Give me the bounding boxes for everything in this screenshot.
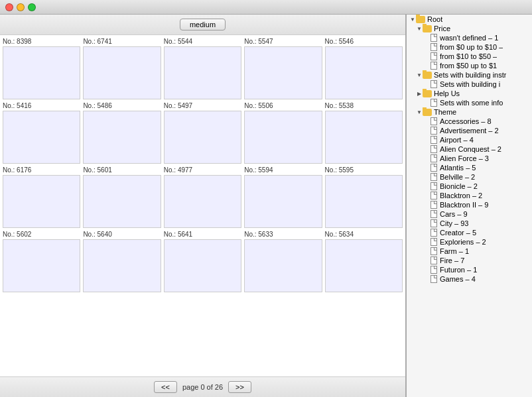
sidebar-doc-item[interactable]: Cars – 9 bbox=[407, 209, 532, 219]
item-label: No.: 6176 bbox=[3, 166, 31, 174]
item-label: No.: 5497 bbox=[164, 102, 192, 109]
doc-label: Accessories – 8 bbox=[440, 117, 492, 125]
window-controls[interactable] bbox=[5, 3, 36, 11]
doc-label: Blacktron – 2 bbox=[440, 192, 482, 199]
doc-icon bbox=[431, 99, 437, 107]
item-image bbox=[164, 46, 241, 99]
item-label: No.: 8398 bbox=[3, 38, 31, 45]
item-image bbox=[3, 111, 80, 164]
sidebar-doc-item[interactable]: Belville – 2 bbox=[407, 172, 532, 182]
grid-item[interactable]: No.: 5602 bbox=[3, 231, 80, 292]
sidebar-doc-item[interactable]: from $50 up to $1 bbox=[407, 61, 532, 70]
sidebar-doc-item[interactable]: Alien Conquest – 2 bbox=[407, 144, 532, 154]
image-grid: No.: 8398 No.: 6741 No.: 5544 No.: 5547 … bbox=[3, 38, 403, 292]
item-label: No.: 5506 bbox=[244, 102, 273, 109]
sidebar-doc-item[interactable]: Futuron – 1 bbox=[407, 265, 532, 274]
doc-label: from $50 up to $1 bbox=[440, 62, 497, 70]
grid-item[interactable]: No.: 5594 bbox=[244, 166, 322, 228]
prev-page-button[interactable]: << bbox=[154, 381, 177, 393]
grid-item[interactable]: No.: 6176 bbox=[3, 166, 80, 228]
grid-item[interactable]: No.: 5547 bbox=[244, 38, 322, 99]
folder-icon bbox=[423, 90, 432, 97]
sidebar-doc-item[interactable]: City – 93 bbox=[407, 219, 532, 228]
grid-item[interactable]: No.: 5633 bbox=[244, 231, 322, 292]
doc-label: Farm – 1 bbox=[440, 247, 469, 255]
item-label: No.: 5640 bbox=[83, 231, 111, 238]
sidebar-doc-item[interactable]: Bionicle – 2 bbox=[407, 182, 532, 191]
item-label: No.: 5538 bbox=[325, 102, 354, 109]
item-image bbox=[325, 111, 403, 164]
doc-label: Bionicle – 2 bbox=[440, 182, 478, 190]
grid-item[interactable]: No.: 5506 bbox=[244, 102, 322, 164]
sidebar-doc-item[interactable]: Airport – 4 bbox=[407, 135, 532, 144]
grid-item[interactable]: No.: 5544 bbox=[164, 38, 241, 99]
sidebar-doc-item[interactable]: wasn't defined – 1 bbox=[407, 33, 532, 42]
sidebar-doc-item[interactable]: from $10 to $50 – bbox=[407, 52, 532, 61]
grid-item[interactable]: No.: 4977 bbox=[164, 166, 241, 228]
grid-item[interactable]: No.: 5486 bbox=[83, 102, 161, 164]
item-image bbox=[3, 239, 80, 292]
grid-item[interactable]: No.: 5538 bbox=[325, 102, 403, 164]
grid-item[interactable]: No.: 5595 bbox=[325, 166, 403, 228]
sidebar-doc-item[interactable]: Fire – 7 bbox=[407, 256, 532, 265]
item-label: No.: 5546 bbox=[325, 38, 354, 45]
sidebar-doc-item[interactable]: Accessories – 8 bbox=[407, 117, 532, 126]
grid-item[interactable]: No.: 5641 bbox=[164, 231, 241, 292]
sidebar-doc-item[interactable]: Exploriens – 2 bbox=[407, 237, 532, 247]
close-button[interactable] bbox=[5, 3, 13, 11]
sidebar-doc-item[interactable]: Games – 4 bbox=[407, 274, 532, 284]
doc-icon bbox=[431, 117, 437, 125]
grid-item[interactable]: No.: 5634 bbox=[325, 231, 403, 292]
sidebar-folder-item[interactable]: Sets with building instr bbox=[407, 70, 532, 80]
grid-item[interactable]: No.: 5640 bbox=[83, 231, 161, 292]
sidebar-folder-item[interactable]: Theme bbox=[407, 107, 532, 117]
item-label: No.: 5416 bbox=[3, 102, 31, 109]
grid-area[interactable]: No.: 8398 No.: 6741 No.: 5544 No.: 5547 … bbox=[0, 35, 405, 376]
sidebar-doc-item[interactable]: Sets with some info bbox=[407, 98, 532, 107]
item-label: No.: 5633 bbox=[244, 231, 273, 238]
toolbar: medium bbox=[0, 15, 405, 35]
doc-icon bbox=[431, 43, 437, 51]
content-panel: medium No.: 8398 No.: 6741 No.: 5544 No.… bbox=[0, 15, 406, 397]
sidebar-doc-item[interactable]: Blacktron – 2 bbox=[407, 191, 532, 200]
sidebar-doc-item[interactable]: from $0 up to $10 – bbox=[407, 42, 532, 52]
sidebar-doc-item[interactable]: Creator – 5 bbox=[407, 228, 532, 237]
minimize-button[interactable] bbox=[17, 3, 25, 11]
sidebar-doc-item[interactable]: Farm – 1 bbox=[407, 247, 532, 256]
item-image bbox=[244, 175, 322, 228]
doc-icon bbox=[431, 192, 437, 199]
sidebar-doc-item[interactable]: Advertisement – 2 bbox=[407, 126, 532, 135]
doc-icon bbox=[431, 52, 437, 60]
item-label: No.: 5547 bbox=[244, 38, 273, 45]
folder-icon bbox=[423, 25, 432, 32]
sidebar-doc-item[interactable]: Alien Force – 3 bbox=[407, 154, 532, 163]
sidebar-root[interactable]: Root bbox=[407, 15, 532, 24]
doc-icon bbox=[431, 164, 437, 172]
grid-item[interactable]: No.: 5601 bbox=[83, 166, 161, 228]
size-button[interactable]: medium bbox=[180, 19, 226, 30]
doc-label: Alien Force – 3 bbox=[440, 154, 489, 162]
doc-label: City – 93 bbox=[440, 219, 468, 227]
doc-icon bbox=[431, 201, 437, 209]
item-label: No.: 5544 bbox=[164, 38, 192, 45]
grid-item[interactable]: No.: 6741 bbox=[83, 38, 161, 99]
sidebar-doc-item[interactable]: Sets with building i bbox=[407, 80, 532, 89]
doc-icon bbox=[431, 219, 437, 227]
sidebar-doc-item[interactable]: Atlantis – 5 bbox=[407, 163, 532, 172]
grid-item[interactable]: No.: 5497 bbox=[164, 102, 241, 164]
sidebar-folder-item[interactable]: Price bbox=[407, 24, 532, 33]
grid-item[interactable]: No.: 5546 bbox=[325, 38, 403, 99]
doc-icon bbox=[431, 34, 437, 42]
sidebar-folder-item[interactable]: Help Us bbox=[407, 89, 532, 98]
root-disclosure bbox=[409, 16, 416, 23]
maximize-button[interactable] bbox=[28, 3, 36, 11]
grid-item[interactable]: No.: 5416 bbox=[3, 102, 80, 164]
sidebar-doc-item[interactable]: Blacktron II – 9 bbox=[407, 200, 532, 209]
folder-label: Help Us bbox=[434, 89, 460, 97]
doc-icon bbox=[431, 80, 437, 88]
pagination-bar: << page 0 of 26 >> bbox=[0, 376, 405, 397]
grid-item[interactable]: No.: 8398 bbox=[3, 38, 80, 99]
item-image bbox=[244, 239, 322, 292]
next-page-button[interactable]: >> bbox=[228, 381, 251, 393]
doc-label: Alien Conquest – 2 bbox=[440, 145, 501, 153]
